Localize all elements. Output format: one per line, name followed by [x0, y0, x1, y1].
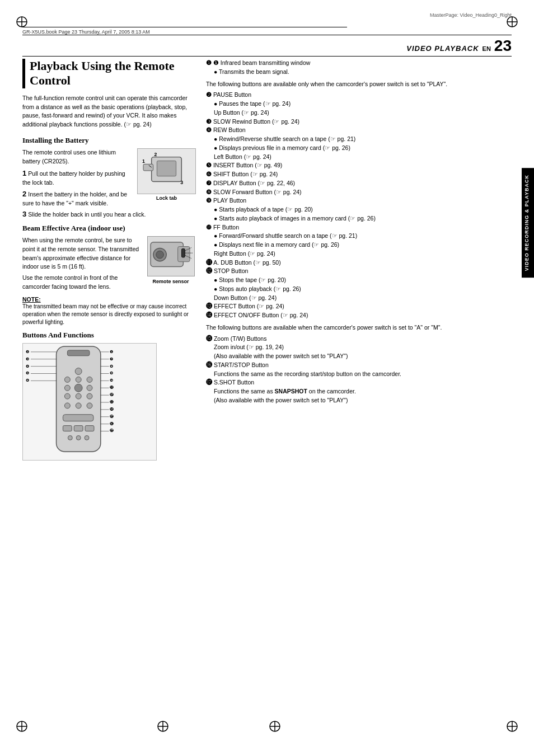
rc-item-9-b2: ● Starts auto playback of images in a me…: [206, 214, 507, 223]
rc-item-13: ⓭ EFFECT Button (☞ pg. 24): [206, 302, 507, 311]
remote-control-diagram: ❷ ❸ ❹ ❺ ❻ ❶ ❼ ❽ ❾ ❿ ⓫ ⓬ ⓭ ⓮ ⓯ ⓰: [22, 343, 157, 461]
battery-diagram: 2 1 3 Lock tab: [137, 148, 196, 201]
svg-text:❼: ❼: [110, 356, 113, 360]
svg-text:❹: ❹: [26, 364, 29, 368]
rc-item-6: ❻ SHIFT Button (☞ pg. 24): [206, 170, 507, 179]
rc-item-1-text: ❶ Infrared beam transmitting window: [213, 59, 310, 66]
step1-text: Pull out the battery holder by pushing t…: [22, 170, 125, 186]
svg-rect-39: [85, 425, 94, 431]
rc-item-16: ⓰ START/STOP Button: [206, 361, 507, 370]
rc-item-15-b1: Zoom in/out (☞ pg. 19, 24): [206, 343, 507, 352]
svg-text:⓫: ⓫: [110, 386, 114, 389]
en-label: EN: [483, 45, 491, 52]
video-playback-title: VIDEO PLAYBACK: [406, 44, 479, 53]
svg-point-32: [87, 393, 92, 399]
rc-play-only-intro: The following buttons are available only…: [206, 80, 507, 89]
installing-battery-title: Installing the Battery: [22, 136, 196, 145]
rc-item-14: ⓮ EFFECT ON/OFF Button (☞ pg. 24): [206, 311, 507, 320]
svg-point-35: [87, 403, 92, 408]
rc-item-17: ⓱ S.SHOT Button: [206, 378, 507, 387]
svg-rect-8: [143, 164, 153, 171]
svg-rect-38: [74, 425, 83, 431]
svg-text:⓰: ⓰: [110, 421, 114, 425]
rc-item-2-b2: Up Button (☞ pg. 24): [206, 109, 507, 118]
svg-rect-36: [63, 414, 93, 421]
svg-point-30: [64, 393, 70, 399]
svg-text:❾: ❾: [110, 371, 113, 375]
svg-point-34: [76, 403, 81, 408]
step2-text: Insert the battery in the holder, and be…: [22, 191, 127, 206]
rc-item-1-num: ❶: [206, 59, 212, 66]
rc-item-4-b2: ● Displays previous file in a memory car…: [206, 144, 507, 153]
bullet-indicator: ●: [214, 68, 217, 75]
lock-tab-label: Lock tab: [137, 195, 196, 201]
rc-item-15-b2: (Also available with the power switch se…: [206, 352, 507, 361]
rc-item-1-bullet-text: Transmits the beam signal.: [219, 68, 289, 75]
rc-item-7: ❼ DISPLAY Button (☞ pg. 22, 46): [206, 179, 507, 188]
rc-item-15: ⓯ Zoom (T/W) Buttons: [206, 335, 507, 344]
step3-number: 3: [22, 210, 26, 218]
svg-text:⓱: ⓱: [110, 429, 114, 433]
svg-text:⓭: ⓭: [110, 400, 114, 404]
svg-text:⓬: ⓬: [110, 393, 114, 397]
note-section: NOTE: The transmitted beam may not be ef…: [22, 296, 196, 326]
rc-item-4-b1: ● Rewind/Reverse shuttle search on a tap…: [206, 135, 507, 144]
step2-number: 2: [22, 190, 26, 198]
content-area: Playback Using the Remote Control The fu…: [22, 59, 507, 463]
rc-item-12-b3: Down Button (☞ pg. 24): [206, 294, 507, 303]
svg-text:❷: ❷: [26, 349, 29, 353]
svg-point-41: [76, 435, 81, 440]
svg-text:❶: ❶: [110, 349, 113, 353]
left-column: Playback Using the Remote Control The fu…: [22, 59, 196, 463]
rc-item-2-b1: ● Pauses the tape (☞ pg. 24): [206, 100, 507, 109]
svg-text:3: 3: [180, 180, 183, 185]
beam-area-title: Beam Effective Area (indoor use): [22, 224, 196, 233]
remote-sensor-diagram: Remote sensor: [146, 236, 196, 284]
svg-rect-7: [157, 161, 176, 176]
svg-text:❿: ❿: [110, 378, 113, 382]
note-label: NOTE:: [22, 296, 41, 303]
rc-item-3: ❸ SLOW Rewind Button (☞ pg. 24): [206, 118, 507, 126]
side-tab: VIDEO RECORDING & PLAYBACK: [522, 168, 534, 278]
header-rule: [22, 56, 512, 57]
svg-text:⓯: ⓯: [110, 414, 114, 418]
svg-point-25: [76, 377, 81, 382]
svg-point-24: [64, 377, 70, 382]
step3: 3 Slide the holder back in until you hea…: [22, 210, 196, 219]
page-number: 23: [494, 38, 512, 54]
video-playback-header: VIDEO PLAYBACK EN 23: [406, 38, 512, 54]
rc-item-11: ⓫ A. DUB Button (☞ pg. 50): [206, 259, 507, 267]
rc-item-12-b2: ● Stops auto playback (☞ pg. 26): [206, 285, 507, 294]
svg-point-23: [75, 368, 82, 374]
corner-bl: [16, 720, 28, 734]
rc-item-10: ❿ FF Button: [206, 223, 507, 232]
svg-text:❺: ❺: [26, 371, 29, 375]
rc-item-1-bullet: ● Transmits the beam signal.: [206, 68, 507, 77]
rc-item-17-b1: Functions the same as SNAPSHOT on the ca…: [206, 387, 507, 396]
svg-text:⓮: ⓮: [110, 407, 114, 411]
rc-item-4: ❹ REW Button: [206, 126, 507, 135]
svg-text:❻: ❻: [26, 378, 29, 382]
svg-point-33: [64, 403, 70, 408]
beam-section: Remote sensor When using the remote cont…: [22, 236, 196, 326]
note-text: The transmitted beam may not be effectiv…: [22, 303, 196, 326]
svg-text:❽: ❽: [110, 364, 113, 368]
rc-item-10-b2: ● Displays next file in a memory card (☞…: [206, 241, 507, 250]
step3-text: Slide the holder back in until you hear …: [28, 211, 146, 218]
rc-item-1: ❶ ❶ Infrared beam transmitting window: [206, 59, 507, 68]
rc-item-9-b1: ● Starts playback of a tape (☞ pg. 20): [206, 205, 507, 214]
rc-item-2: ❷ PAUSE Button: [206, 91, 507, 100]
top-rule: [22, 35, 512, 35]
svg-point-31: [76, 393, 81, 399]
rc-item-17-b2: (Also available with the power switch se…: [206, 396, 507, 405]
corner-bm2: [269, 720, 281, 734]
file-info-bar: GR-X5US.book Page 23 Thursday, April 7, …: [22, 27, 347, 35]
svg-rect-37: [63, 425, 72, 431]
rc-item-9: ❾ PLAY Button: [206, 196, 507, 205]
rc-item-16-b1: Functions the same as the recording star…: [206, 370, 507, 379]
svg-text:2: 2: [154, 151, 157, 157]
svg-point-16: [156, 251, 163, 259]
svg-point-28: [74, 384, 82, 392]
step1-number: 1: [22, 169, 26, 177]
corner-bm1: [157, 720, 169, 734]
